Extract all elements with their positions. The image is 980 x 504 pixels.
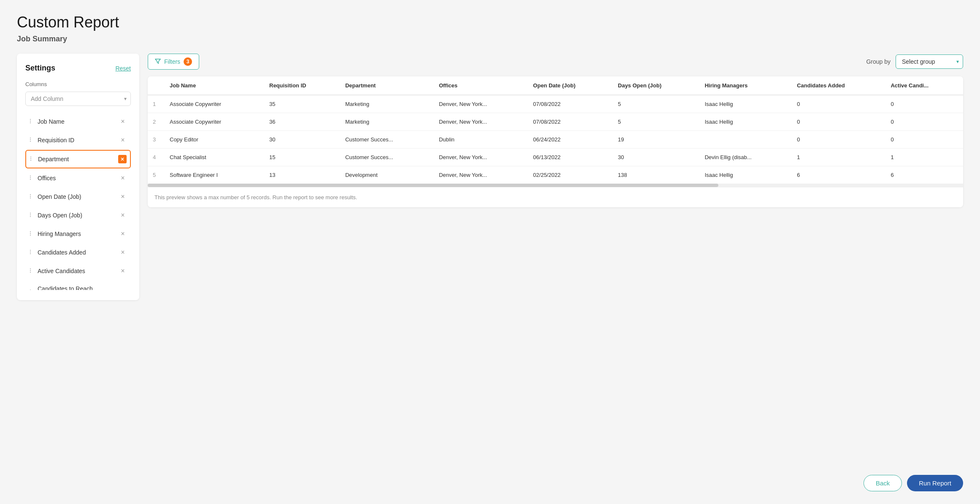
remove-column-button[interactable]: × <box>119 174 127 182</box>
drag-handle-icon[interactable]: ⠇ <box>29 268 33 274</box>
table-row: 3Copy Editor30Customer Succes...Dublin06… <box>148 131 963 149</box>
table-header-open-date: Open Date (Job) <box>528 76 613 95</box>
drag-handle-icon[interactable]: ⠇ <box>29 230 33 237</box>
cell-open-date: 02/25/2022 <box>528 166 613 184</box>
table-header-days-open: Days Open (Job) <box>613 76 700 95</box>
table-footer-note: This preview shows a max number of 5 rec… <box>148 187 963 207</box>
column-list: ⠇Job Name×⠇Requisition ID×⠇Department×⠇O… <box>25 113 131 290</box>
cell-days-open: 5 <box>613 95 700 113</box>
drag-handle-icon[interactable]: ⠇ <box>29 193 33 200</box>
table-row: 4Chat Specialist15Customer Succes...Denv… <box>148 149 963 166</box>
drag-handle-icon[interactable]: ⠇ <box>29 212 33 219</box>
column-item-job-name: ⠇Job Name× <box>25 113 131 130</box>
cell-hiring-managers <box>700 131 792 149</box>
table-row: 2Associate Copywriter36MarketingDenver, … <box>148 113 963 131</box>
remove-column-button[interactable]: × <box>119 267 127 275</box>
drag-handle-icon[interactable]: ⠇ <box>29 175 33 182</box>
cell-job-name: Chat Specialist <box>165 149 264 166</box>
group-by-label: Group by <box>866 58 891 65</box>
cell-days-open: 138 <box>613 166 700 184</box>
table-row: 1Associate Copywriter35MarketingDenver, … <box>148 95 963 113</box>
cell-candidates-added: 0 <box>792 113 885 131</box>
cell-department: Marketing <box>340 95 434 113</box>
table-header-job-name: Job Name <box>165 76 264 95</box>
column-item-department: ⠇Department× <box>25 150 131 168</box>
table-header-candidates-added: Candidates Added <box>792 76 885 95</box>
add-column-select[interactable]: Add Column <box>25 92 131 106</box>
cell-department: Marketing <box>340 113 434 131</box>
table-header-offices: Offices <box>434 76 528 95</box>
column-item-offices: ⠇Offices× <box>25 169 131 187</box>
row-number: 3 <box>148 131 165 149</box>
column-item-label: Hiring Managers <box>38 230 114 237</box>
add-column-wrapper: Add Column ▾ <box>25 92 131 106</box>
settings-panel: Settings Reset Columns Add Column ▾ ⠇Job… <box>17 54 139 300</box>
filter-icon <box>155 58 161 65</box>
remove-column-button[interactable]: × <box>119 192 127 201</box>
cell-job-name: Associate Copywriter <box>165 113 264 131</box>
column-item-label: Requisition ID <box>38 137 114 144</box>
cell-offices: Denver, New York... <box>434 113 528 131</box>
cell-candidates-added: 1 <box>792 149 885 166</box>
column-item-hiring-managers: ⠇Hiring Managers× <box>25 225 131 243</box>
filter-label: Filters <box>164 58 180 65</box>
data-table: Job Name Requisition ID Department Offic… <box>148 76 963 184</box>
cell-candidates-added: 0 <box>792 131 885 149</box>
cell-offices: Dublin <box>434 131 528 149</box>
columns-label: Columns <box>25 81 131 87</box>
column-item-label: Job Name <box>38 118 114 125</box>
table-header-hiring-managers: Hiring Managers <box>700 76 792 95</box>
cell-req-id: 13 <box>264 166 340 184</box>
table-header-req-id: Requisition ID <box>264 76 340 95</box>
cell-job-name: Associate Copywriter <box>165 95 264 113</box>
cell-req-id: 35 <box>264 95 340 113</box>
drag-handle-icon[interactable]: ⠇ <box>29 118 33 125</box>
data-table-container: Job Name Requisition ID Department Offic… <box>148 76 963 207</box>
cell-active-candidates: 0 <box>885 131 963 149</box>
cell-req-id: 36 <box>264 113 340 131</box>
cell-hiring-managers: Isaac Hellig <box>700 95 792 113</box>
remove-column-button[interactable]: × <box>119 117 127 126</box>
toolbar: Filters 3 Group by Select group ▾ <box>148 54 963 70</box>
remove-column-button[interactable]: × <box>119 136 127 144</box>
row-number: 4 <box>148 149 165 166</box>
remove-column-button[interactable]: × <box>118 155 127 163</box>
cell-open-date: 06/13/2022 <box>528 149 613 166</box>
column-item-open-date: ⠇Open Date (Job)× <box>25 188 131 206</box>
filter-button[interactable]: Filters 3 <box>148 54 199 70</box>
reset-button[interactable]: Reset <box>115 65 131 72</box>
page-subtitle: Job Summary <box>17 35 963 43</box>
cell-open-date: 07/08/2022 <box>528 113 613 131</box>
column-item-candidates-added: ⠇Candidates Added× <box>25 244 131 261</box>
cell-days-open: 5 <box>613 113 700 131</box>
cell-job-name: Software Engineer I <box>165 166 264 184</box>
column-item-candidates-to-reach: ⠇Candidates to Reach Assess...× <box>25 281 131 290</box>
remove-column-button[interactable]: × <box>119 211 127 219</box>
group-by-select[interactable]: Select group <box>896 54 963 69</box>
back-button[interactable]: Back <box>864 475 902 491</box>
drag-handle-icon[interactable]: ⠇ <box>29 137 33 144</box>
table-body: 1Associate Copywriter35MarketingDenver, … <box>148 95 963 184</box>
column-item-active-candidates: ⠇Active Candidates× <box>25 262 131 280</box>
drag-handle-icon[interactable]: ⠇ <box>30 156 34 163</box>
remove-column-button[interactable]: × <box>119 248 127 257</box>
run-report-button[interactable]: Run Report <box>907 475 963 491</box>
remove-column-button[interactable]: × <box>119 288 127 290</box>
table-row: 5Software Engineer I13DevelopmentDenver,… <box>148 166 963 184</box>
drag-handle-icon[interactable]: ⠇ <box>29 249 33 256</box>
row-number: 2 <box>148 113 165 131</box>
content-area: Filters 3 Group by Select group ▾ <box>148 54 963 207</box>
row-number: 1 <box>148 95 165 113</box>
remove-column-button[interactable]: × <box>119 230 127 238</box>
horizontal-scrollbar[interactable] <box>148 184 963 187</box>
column-item-label: Active Candidates <box>38 268 114 274</box>
group-by-select-wrapper: Select group ▾ <box>896 54 963 69</box>
column-item-requisition-id: ⠇Requisition ID× <box>25 131 131 149</box>
page-title: Custom Report <box>17 14 963 31</box>
cell-candidates-added: 6 <box>792 166 885 184</box>
cell-active-candidates: 0 <box>885 113 963 131</box>
cell-department: Customer Succes... <box>340 131 434 149</box>
cell-days-open: 19 <box>613 131 700 149</box>
cell-active-candidates: 0 <box>885 95 963 113</box>
drag-handle-icon[interactable]: ⠇ <box>29 289 33 290</box>
